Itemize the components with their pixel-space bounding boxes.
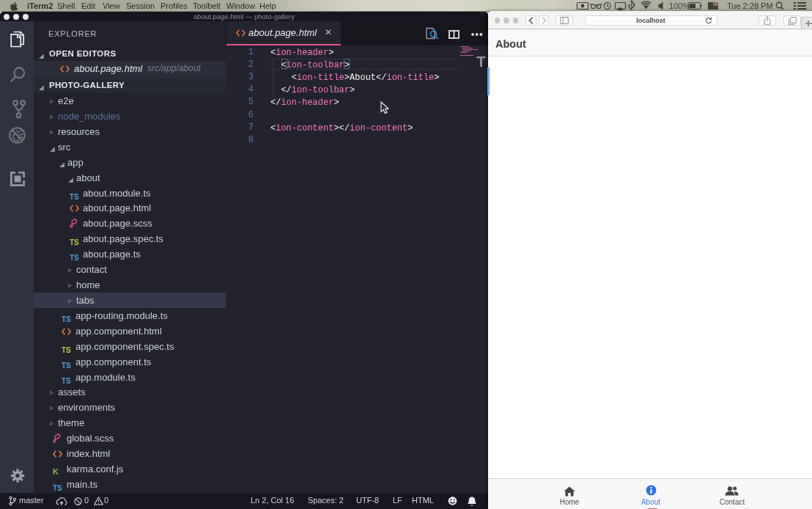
svg-text:100%: 100% [669,1,690,10]
svg-text:Tue 2:28 PM: Tue 2:28 PM [727,1,773,10]
